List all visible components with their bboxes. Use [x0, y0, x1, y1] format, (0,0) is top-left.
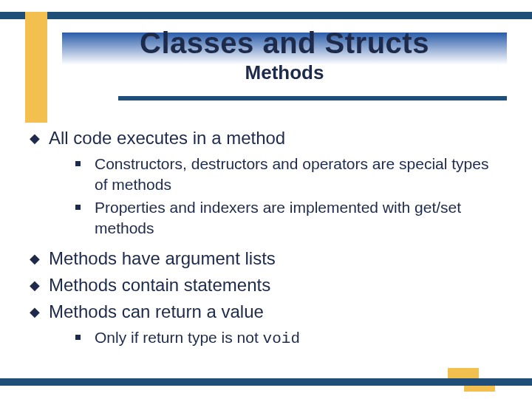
sub-bullet-text: Constructors, destructors and operators …	[95, 154, 502, 196]
bullet-level1: ◆ Methods contain statements	[30, 274, 502, 296]
bullet-level2: Constructors, destructors and operators …	[75, 154, 502, 196]
diamond-bullet-icon: ◆	[30, 248, 49, 270]
square-bullet-icon	[75, 327, 95, 340]
title-area: Classes and Structs Methods	[62, 27, 507, 84]
top-gold-segment	[25, 12, 47, 19]
content-area: ◆ All code executes in a method Construc…	[30, 124, 502, 359]
diamond-bullet-icon: ◆	[30, 127, 49, 149]
square-bullet-icon	[75, 197, 95, 210]
sub-bullet-prefix: Only if return type is not	[95, 329, 263, 346]
left-gold-bar	[25, 19, 47, 123]
slide-title: Classes and Structs	[62, 27, 507, 60]
sub-bullet-group: Only if return type is not void	[75, 327, 502, 349]
bullet-level1: ◆ Methods can return a value	[30, 301, 502, 323]
bullet-level2: Only if return type is not void	[75, 327, 502, 349]
sub-bullet-group: Constructors, destructors and operators …	[75, 154, 502, 239]
bottom-border-band	[0, 378, 532, 386]
subtitle-underline	[118, 96, 507, 100]
bullet-text: All code executes in a method	[49, 127, 285, 149]
bullet-text: Methods contain statements	[49, 274, 270, 296]
bullet-level2: Properties and indexers are implemented …	[75, 197, 502, 239]
code-keyword: void	[263, 330, 300, 347]
bullet-level1: ◆ All code executes in a method	[30, 127, 502, 149]
diamond-bullet-icon: ◆	[30, 301, 49, 323]
slide-subtitle: Methods	[62, 61, 507, 84]
square-bullet-icon	[75, 154, 95, 166]
top-border-band	[0, 12, 532, 19]
bullet-level1: ◆ Methods have argument lists	[30, 248, 502, 270]
bottom-gold-box-under	[464, 386, 495, 392]
bullet-text: Methods have argument lists	[49, 248, 276, 270]
sub-bullet-text: Only if return type is not void	[95, 327, 300, 349]
bullet-text: Methods can return a value	[49, 301, 264, 323]
bottom-gold-box-top	[448, 368, 479, 378]
sub-bullet-text: Properties and indexers are implemented …	[95, 197, 502, 239]
diamond-bullet-icon: ◆	[30, 274, 49, 296]
